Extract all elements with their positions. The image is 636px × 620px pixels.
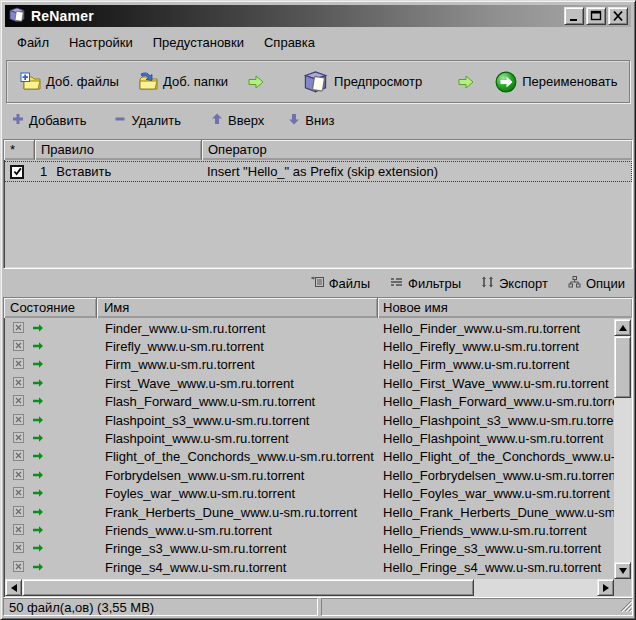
rules-toolbar: Добавить Удалить Вверх Вниз bbox=[9, 105, 337, 135]
menu-item[interactable]: Настройки bbox=[59, 32, 143, 53]
file-row[interactable]: Flight_of_the_Conchords_www.u-sm.ru.torr… bbox=[5, 448, 614, 466]
file-row[interactable]: Frank_Herberts_Dune_www.u-sm.ru.torrent … bbox=[5, 503, 614, 521]
add-files-label: Доб. файлы bbox=[46, 74, 119, 89]
add-folders-icon bbox=[137, 72, 158, 91]
close-button[interactable] bbox=[608, 7, 628, 25]
rename-arrow-icon bbox=[32, 431, 44, 446]
rename-arrow-icon bbox=[32, 413, 44, 428]
tab-filters[interactable]: Фильтры bbox=[390, 276, 461, 291]
rename-arrow-icon bbox=[32, 376, 44, 391]
tab-export-label: Экспорт bbox=[499, 276, 548, 291]
file-row[interactable]: Friends_www.u-sm.ru.torrent Hello_Friend… bbox=[5, 521, 614, 539]
file-row[interactable]: Firm_www.u-sm.ru.torrent Hello_Firm_www.… bbox=[5, 356, 614, 374]
file-row[interactable]: Forbrydelsen_www.u-sm.ru.torrent Hello_F… bbox=[5, 466, 614, 484]
file-new-name: Hello_Firefly_www.u-sm.ru.torrent bbox=[378, 339, 614, 354]
file-new-name: Hello_Finder_www.u-sm.ru.torrent bbox=[378, 321, 614, 336]
rename-arrow-icon bbox=[32, 560, 44, 575]
minus-icon bbox=[114, 113, 126, 128]
renamer-window: ReNamer Файл Настройки Предустановки Спр… bbox=[0, 0, 636, 620]
add-files-button[interactable]: Доб. файлы bbox=[17, 70, 122, 93]
tab-export[interactable]: Экспорт bbox=[481, 276, 548, 291]
files-column-newname[interactable]: Новое имя bbox=[378, 298, 632, 318]
export-tab-icon bbox=[481, 276, 494, 291]
preview-icon bbox=[302, 69, 329, 95]
add-folders-label: Доб. папки bbox=[163, 74, 228, 89]
file-row[interactable]: Foyles_war_www.u-sm.ru.torrent Hello_Foy… bbox=[5, 485, 614, 503]
vertical-scrollbar[interactable] bbox=[614, 319, 631, 579]
files-column-state[interactable]: Состояние bbox=[4, 298, 97, 318]
rename-icon bbox=[495, 71, 517, 93]
file-row[interactable]: Fringe_s4_www.u-sm.ru.torrent Hello_Frin… bbox=[5, 558, 614, 576]
rule-name: Вставить bbox=[56, 164, 111, 179]
file-name: Frank_Herberts_Dune_www.u-sm.ru.torrent bbox=[97, 505, 378, 520]
rename-label: Переименовать bbox=[522, 74, 617, 89]
add-folders-button[interactable]: Доб. папки bbox=[134, 70, 231, 93]
unchecked-state-icon bbox=[13, 560, 24, 575]
rename-button[interactable]: Переименовать bbox=[492, 69, 620, 95]
menu-item[interactable]: Справка bbox=[254, 32, 325, 53]
scroll-left-button[interactable] bbox=[5, 579, 22, 596]
rules-table: * Правило Оператор 1Вставить Insert "Hel… bbox=[3, 139, 633, 269]
file-row[interactable]: Flashpoint_www.u-sm.ru.torrent Hello_Fla… bbox=[5, 429, 614, 447]
file-row[interactable]: Fringe_s3_www.u-sm.ru.torrent Hello_Frin… bbox=[5, 540, 614, 558]
titlebar[interactable]: ReNamer bbox=[5, 5, 631, 27]
file-name: Flashpoint_s3_www.u-sm.ru.torrent bbox=[97, 413, 378, 428]
file-name: Flight_of_the_Conchords_www.u-sm.ru.torr… bbox=[97, 449, 378, 464]
menu-bar: Файл Настройки Предустановки Справка bbox=[7, 30, 629, 54]
remove-rule-button[interactable]: Удалить bbox=[111, 111, 184, 130]
tab-options[interactable]: Опции bbox=[568, 276, 625, 291]
rule-index: 1 bbox=[40, 164, 47, 179]
file-new-name: Hello_Fringe_s4_www.u-sm.ru.torrent bbox=[378, 560, 614, 575]
move-down-button[interactable]: Вниз bbox=[285, 111, 337, 130]
vertical-scroll-thumb[interactable] bbox=[614, 336, 631, 398]
rename-arrow-icon bbox=[32, 468, 44, 483]
preview-button[interactable]: Предпросмотр bbox=[299, 67, 425, 97]
app-icon bbox=[8, 6, 26, 27]
file-name: Friends_www.u-sm.ru.torrent bbox=[97, 523, 378, 538]
resize-grip-icon[interactable] bbox=[619, 599, 632, 615]
move-up-button[interactable]: Вверх bbox=[208, 111, 267, 130]
unchecked-state-icon bbox=[13, 486, 24, 501]
file-row[interactable]: Firefly_www.u-sm.ru.torrent Hello_Firefl… bbox=[5, 337, 614, 355]
menu-item[interactable]: Предустановки bbox=[143, 32, 254, 53]
add-rule-button[interactable]: Добавить bbox=[9, 111, 89, 130]
rules-column-operator[interactable]: Оператор bbox=[202, 140, 632, 160]
filters-tab-icon bbox=[390, 276, 403, 291]
rules-column-rule[interactable]: Правило bbox=[35, 140, 202, 160]
tab-files[interactable]: Файлы bbox=[311, 276, 370, 291]
scrollbar-corner bbox=[614, 579, 631, 596]
file-name: Flash_Forward_www.u-sm.ru.torrent bbox=[97, 394, 378, 409]
scroll-right-button[interactable] bbox=[597, 579, 614, 596]
rename-arrow-icon bbox=[32, 339, 44, 354]
rules-column-asterisk[interactable]: * bbox=[4, 140, 35, 160]
status-file-count: 50 файл(а,ов) (3,55 MB) bbox=[3, 598, 318, 616]
menu-item[interactable]: Файл bbox=[7, 32, 59, 53]
unchecked-state-icon bbox=[13, 541, 24, 556]
scroll-down-button[interactable] bbox=[614, 562, 631, 579]
tab-options-label: Опции bbox=[586, 276, 625, 291]
rename-arrow-icon bbox=[32, 449, 44, 464]
file-new-name: Hello_Foyles_war_www.u-sm.ru.torrent bbox=[378, 486, 614, 501]
file-row[interactable]: First_Wave_www.u-sm.ru.torrent Hello_Fir… bbox=[5, 374, 614, 392]
scroll-up-button[interactable] bbox=[614, 319, 631, 336]
file-row[interactable]: Flashpoint_s3_www.u-sm.ru.torrent Hello_… bbox=[5, 411, 614, 429]
rule-row[interactable]: 1Вставить Insert "Hello_" as Prefix (ski… bbox=[4, 161, 632, 182]
file-name: Firm_www.u-sm.ru.torrent bbox=[97, 357, 378, 372]
file-row[interactable]: Flash_Forward_www.u-sm.ru.torrent Hello_… bbox=[5, 393, 614, 411]
maximize-button[interactable] bbox=[586, 7, 606, 25]
file-new-name: Hello_Firm_www.u-sm.ru.torrent bbox=[378, 357, 614, 372]
file-name: Firefly_www.u-sm.ru.torrent bbox=[97, 339, 378, 354]
arrow-up-icon bbox=[211, 113, 223, 128]
file-name: Fringe_s4_www.u-sm.ru.torrent bbox=[97, 560, 378, 575]
unchecked-state-icon bbox=[13, 357, 24, 372]
horizontal-scroll-thumb[interactable] bbox=[22, 579, 474, 596]
arrow-down-icon bbox=[288, 113, 300, 128]
rule-checkbox[interactable] bbox=[10, 165, 24, 179]
file-row[interactable]: Finder_www.u-sm.ru.torrent Hello_Finder_… bbox=[5, 319, 614, 337]
files-column-name[interactable]: Имя bbox=[97, 298, 378, 318]
file-new-name: Hello_Flashpoint_www.u-sm.ru.torrent bbox=[378, 431, 614, 446]
horizontal-scrollbar[interactable] bbox=[5, 579, 614, 596]
minimize-button[interactable] bbox=[564, 7, 584, 25]
files-table-header: Состояние Имя Новое имя bbox=[4, 298, 632, 318]
file-new-name: Hello_Frank_Herberts_Dune_www.u-sm.ru.to… bbox=[378, 505, 614, 520]
